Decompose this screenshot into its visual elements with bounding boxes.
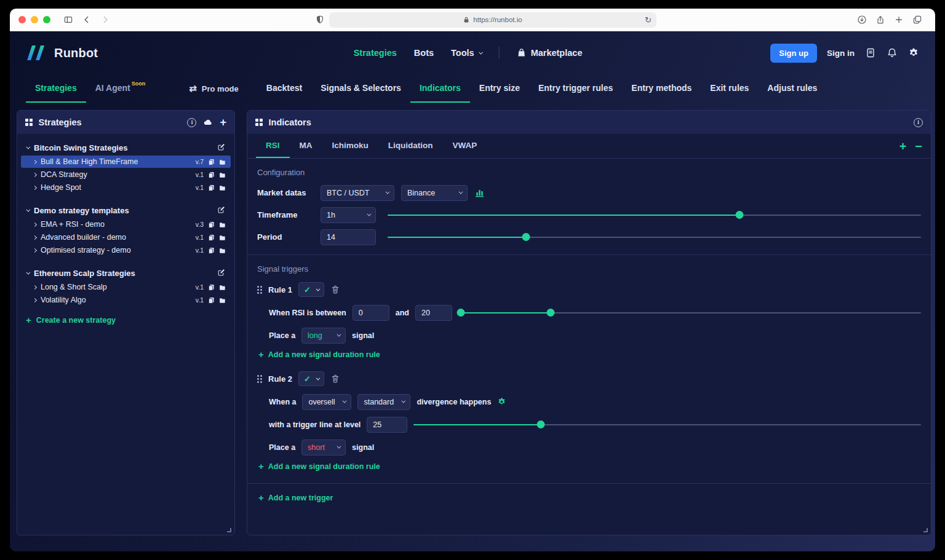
rsi-low-input[interactable] (353, 305, 389, 321)
tab-ai-agent[interactable]: AI Agent Soon (86, 74, 155, 103)
drag-grid-icon[interactable] (257, 375, 262, 383)
strategy-item-advanced-builder-demo[interactable]: Advanced builder - demo v.1 (21, 231, 231, 243)
panel-resize-handle[interactable] (923, 528, 928, 532)
add-trigger-link[interactable]: + Add a new trigger (258, 493, 921, 502)
strategy-item-hedge-spot[interactable]: Hedge Spot v.1 (21, 181, 231, 194)
duplicate-icon[interactable] (208, 234, 215, 241)
create-strategy-link[interactable]: + Create a new strategy (26, 315, 231, 325)
strategy-item-dca[interactable]: DCA Strategy v.1 (21, 168, 231, 181)
edit-icon[interactable] (217, 205, 226, 216)
direction-select[interactable]: long (301, 328, 346, 344)
zoom-window-button[interactable] (43, 16, 50, 23)
close-window-button[interactable] (18, 16, 26, 23)
chart-preview-icon[interactable] (474, 187, 485, 198)
tab-rsi[interactable]: RSI (256, 134, 290, 158)
sidebar-toggle-icon[interactable] (63, 14, 74, 25)
timeframe-slider[interactable] (388, 210, 921, 220)
edit-icon[interactable] (217, 143, 226, 153)
tab-liquidation[interactable]: Liquidation (378, 134, 443, 158)
info-icon[interactable]: i (914, 118, 923, 127)
tab-exit-rules[interactable]: Exit rules (701, 74, 758, 103)
duplicate-icon[interactable] (208, 159, 215, 165)
tab-strategies[interactable]: Strategies (26, 74, 86, 103)
duplicate-icon[interactable] (208, 172, 215, 178)
strategy-item-ema-rsi-demo[interactable]: EMA + RSI - demo v.3 (21, 218, 231, 231)
market-pair-select[interactable]: BTC / USDT (321, 185, 394, 201)
cloud-icon[interactable] (203, 117, 213, 127)
duplicate-icon[interactable] (208, 284, 215, 291)
add-indicator-icon[interactable]: + (899, 140, 907, 152)
divergence-mode-select[interactable]: oversell (302, 394, 351, 410)
drag-grid-icon[interactable] (255, 119, 263, 126)
slider-handle[interactable] (736, 211, 744, 219)
tab-entry-methods[interactable]: Entry methods (622, 74, 701, 103)
docs-icon[interactable] (864, 47, 876, 59)
downloads-icon[interactable] (856, 14, 867, 25)
trigger-level-slider[interactable] (413, 420, 921, 430)
rsi-high-input[interactable] (415, 305, 452, 321)
group-ethereum-scalp[interactable]: Ethereum Scalp Strategies (21, 266, 231, 280)
nav-strategies[interactable]: Strategies (354, 48, 397, 58)
minimize-window-button[interactable] (31, 16, 38, 23)
duplicate-icon[interactable] (208, 184, 215, 191)
folder-icon[interactable] (219, 284, 226, 291)
strategy-item-bull-bear[interactable]: Bull & Bear High TimeFrame v.7 (21, 156, 231, 168)
delete-rule-icon[interactable] (330, 285, 340, 294)
add-duration-rule-link[interactable]: + Add a new signal duration rule (258, 350, 921, 359)
duplicate-icon[interactable] (208, 221, 215, 228)
group-bitcoin-swing[interactable]: Bitcoin Swing Strategies (21, 140, 231, 155)
divergence-type-select[interactable]: standard (357, 394, 410, 410)
tab-overview-icon[interactable] (912, 14, 923, 25)
direction-select[interactable]: short (301, 440, 346, 455)
strategy-item-optimised-demo[interactable]: Optimised strategy - demo v.1 (21, 244, 231, 256)
folder-icon[interactable] (219, 172, 226, 178)
signup-button[interactable]: Sign up (770, 44, 817, 63)
period-slider[interactable] (388, 232, 921, 242)
add-duration-rule-link[interactable]: + Add a new signal duration rule (258, 462, 921, 471)
tab-adjust-rules[interactable]: Adjust rules (758, 74, 826, 103)
info-icon[interactable]: i (187, 118, 196, 127)
settings-gear-icon[interactable] (907, 47, 919, 59)
slider-handle-low[interactable] (457, 309, 465, 317)
drag-grid-icon[interactable] (25, 119, 33, 126)
share-icon[interactable] (875, 14, 886, 25)
slider-handle-high[interactable] (547, 309, 555, 317)
bell-icon[interactable] (886, 47, 898, 59)
refresh-icon[interactable]: ↻ (645, 15, 652, 25)
tab-entry-trigger-rules[interactable]: Entry trigger rules (529, 74, 622, 103)
folder-icon[interactable] (219, 297, 226, 304)
duplicate-icon[interactable] (208, 247, 215, 254)
strategy-item-long-short-scalp[interactable]: Long & Short Scalp v.1 (21, 281, 231, 293)
forward-button[interactable] (100, 14, 111, 25)
edit-icon[interactable] (217, 268, 226, 278)
period-input[interactable] (321, 229, 376, 245)
folder-icon[interactable] (219, 234, 226, 241)
shield-icon[interactable] (314, 14, 325, 25)
tab-ichimoku[interactable]: Ichimoku (322, 134, 378, 158)
rule-1-enabled-select[interactable]: ✓ (298, 282, 324, 297)
divergence-settings-gear-icon[interactable] (497, 397, 506, 406)
tab-indicators[interactable]: Indicators (410, 74, 470, 103)
timeframe-select[interactable]: 1h (321, 207, 376, 223)
folder-icon[interactable] (219, 159, 226, 165)
folder-icon[interactable] (219, 184, 226, 191)
slider-handle[interactable] (536, 420, 544, 428)
new-tab-icon[interactable] (893, 14, 904, 25)
rule-2-enabled-select[interactable]: ✓ (298, 371, 324, 386)
back-button[interactable] (81, 14, 92, 25)
remove-indicator-icon[interactable]: − (915, 140, 922, 152)
tab-ma[interactable]: MA (290, 134, 322, 158)
add-strategy-icon[interactable]: + (220, 117, 226, 128)
folder-icon[interactable] (219, 247, 226, 254)
tab-signals-selectors[interactable]: Signals & Selectors (311, 74, 410, 103)
delete-rule-icon[interactable] (330, 374, 340, 384)
drag-grid-icon[interactable] (257, 286, 262, 294)
group-demo-templates[interactable]: Demo strategy templates (21, 203, 231, 218)
nav-marketplace[interactable]: Marketplace (517, 48, 583, 58)
strategy-item-volatility-algo[interactable]: Volatility Algo v.1 (21, 294, 231, 306)
nav-tools[interactable]: Tools (451, 48, 482, 58)
duplicate-icon[interactable] (208, 297, 215, 304)
nav-bots[interactable]: Bots (414, 48, 434, 58)
tab-entry-size[interactable]: Entry size (470, 74, 529, 103)
rsi-range-slider[interactable] (458, 308, 921, 318)
